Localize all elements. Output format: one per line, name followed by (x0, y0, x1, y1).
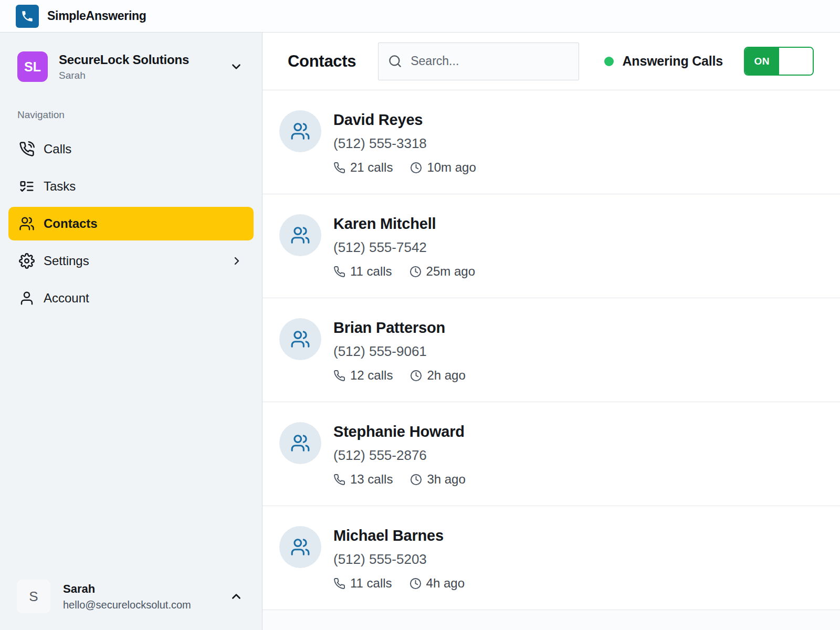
clock-icon (410, 474, 422, 486)
sidebar-item-label: Contacts (44, 216, 98, 231)
sidebar-item-tasks[interactable]: Tasks (8, 170, 254, 203)
org-avatar: SL (17, 51, 48, 82)
contact-phone: (512) 555-3318 (333, 135, 476, 152)
contact-meta: 12 calls 2h ago (333, 368, 466, 383)
contact-meta: 13 calls 3h ago (333, 472, 466, 487)
contact-row[interactable]: Michael Barnes (512) 555-5203 11 calls 4… (262, 506, 840, 610)
user-name: Sarah (63, 582, 191, 596)
org-name: SecureLock Solutions (59, 52, 189, 67)
contact-info: Brian Patterson (512) 555-9061 12 calls … (333, 318, 466, 383)
contact-call-count: 21 calls (350, 160, 393, 175)
phone-icon (333, 266, 345, 278)
users-icon (290, 537, 310, 557)
clock-icon (410, 370, 422, 382)
sidebar-item-contacts[interactable]: Contacts (8, 207, 254, 240)
contact-call-count: 13 calls (350, 472, 393, 487)
contact-phone: (512) 555-9061 (333, 343, 466, 360)
status-label: Answering Calls (623, 54, 723, 69)
toggle-on-label: ON (745, 48, 779, 75)
search-icon (388, 54, 402, 68)
clock-icon (410, 578, 422, 590)
contact-call-count: 11 calls (350, 264, 392, 279)
users-icon (290, 329, 310, 349)
chevron-down-icon (229, 60, 243, 74)
task-list-icon (19, 178, 35, 194)
users-icon (290, 225, 310, 245)
search-box (378, 43, 579, 80)
contact-info: Michael Barnes (512) 555-5203 11 calls 4… (333, 526, 465, 591)
contact-avatar (279, 422, 321, 464)
contact-phone: (512) 555-7542 (333, 239, 475, 256)
sidebar-nav: Calls Tasks Contacts Settings Account (0, 132, 262, 315)
search-input[interactable] (411, 54, 569, 68)
chevron-right-icon (230, 255, 243, 267)
contact-call-count: 11 calls (350, 576, 392, 591)
sidebar-user-menu[interactable]: S Sarah hello@securelocksolut.com (17, 580, 243, 613)
user-email: hello@securelocksolut.com (63, 599, 191, 611)
contact-meta: 11 calls 4h ago (333, 576, 465, 591)
contact-phone: (512) 555-5203 (333, 551, 465, 568)
sidebar-item-label: Account (44, 291, 89, 306)
contact-last-call: 3h ago (427, 472, 465, 487)
clock-icon (410, 162, 422, 174)
users-icon (290, 433, 310, 453)
sidebar-item-account[interactable]: Account (8, 281, 254, 315)
user-icon (19, 290, 35, 306)
contact-name: Michael Barnes (333, 527, 465, 544)
contact-meta: 21 calls 10m ago (333, 160, 476, 175)
contact-avatar (279, 526, 321, 568)
org-subtitle: Sarah (59, 70, 189, 81)
contact-row[interactable]: David Reyes (512) 555-3318 21 calls 10m … (262, 90, 840, 194)
app-title: SimpleAnswering (47, 9, 146, 23)
contact-name: Stephanie Howard (333, 423, 466, 440)
phone-icon (333, 578, 345, 590)
contact-info: David Reyes (512) 555-3318 21 calls 10m … (333, 110, 476, 175)
sidebar: SL SecureLock Solutions Sarah Navigation… (0, 33, 262, 630)
status-dot (604, 57, 614, 66)
contact-call-count: 12 calls (350, 368, 393, 383)
contact-list: David Reyes (512) 555-3318 21 calls 10m … (262, 90, 840, 610)
phone-icon (20, 9, 34, 23)
contact-phone: (512) 555-2876 (333, 447, 466, 464)
contact-avatar (279, 110, 321, 152)
contact-row[interactable]: Stephanie Howard (512) 555-2876 13 calls… (262, 402, 840, 506)
org-switcher[interactable]: SL SecureLock Solutions Sarah (0, 33, 262, 82)
phone-icon (333, 162, 345, 174)
contact-row[interactable]: Brian Patterson (512) 555-9061 12 calls … (262, 298, 840, 402)
next-row-partial (262, 610, 840, 630)
clock-icon (410, 266, 422, 278)
phone-icon (333, 370, 345, 382)
sidebar-item-settings[interactable]: Settings (8, 244, 254, 278)
sidebar-item-calls[interactable]: Calls (8, 132, 254, 166)
page-title: Contacts (288, 52, 356, 71)
contact-info: Karen Mitchell (512) 555-7542 11 calls 2… (333, 214, 475, 279)
chevron-up-icon (229, 590, 243, 603)
contact-avatar (279, 318, 321, 360)
phone-call-icon (19, 141, 35, 157)
contact-name: Karen Mitchell (333, 215, 475, 233)
contact-last-call: 4h ago (426, 576, 465, 591)
contact-last-call: 25m ago (426, 264, 475, 279)
user-avatar: S (17, 580, 50, 613)
gear-icon (19, 253, 35, 269)
main-content: Contacts Answering Calls ON David Reyes … (262, 33, 840, 630)
toggle-knob (779, 48, 813, 75)
top-bar: SimpleAnswering (0, 0, 840, 33)
contact-name: David Reyes (333, 111, 476, 129)
contact-info: Stephanie Howard (512) 555-2876 13 calls… (333, 422, 466, 487)
contact-last-call: 2h ago (427, 368, 465, 383)
users-icon (19, 216, 35, 232)
contact-row[interactable]: Karen Mitchell (512) 555-7542 11 calls 2… (262, 194, 840, 298)
answering-toggle[interactable]: ON (744, 47, 814, 76)
sidebar-item-label: Settings (44, 254, 89, 268)
users-icon (290, 121, 310, 141)
org-text: SecureLock Solutions Sarah (59, 52, 189, 81)
app-logo (16, 5, 39, 28)
contacts-header: Contacts Answering Calls ON (262, 33, 840, 90)
phone-icon (333, 474, 345, 486)
nav-section-label: Navigation (17, 109, 262, 121)
contact-name: Brian Patterson (333, 319, 466, 337)
contact-last-call: 10m ago (427, 160, 476, 175)
sidebar-item-label: Tasks (44, 179, 76, 194)
user-text: Sarah hello@securelocksolut.com (63, 582, 191, 611)
